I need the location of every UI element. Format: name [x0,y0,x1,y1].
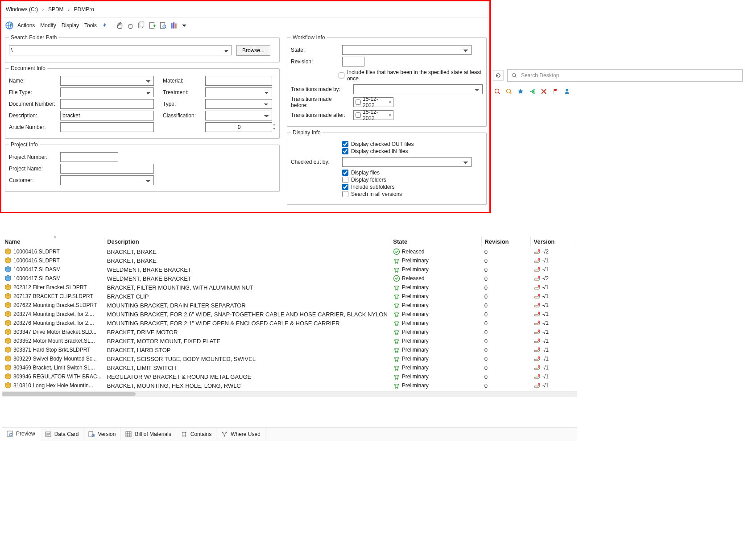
export-icon[interactable] [528,87,537,96]
tab-bom[interactable]: Bill of Materials [120,427,176,441]
table-row[interactable]: 10000416.SLDPRTBRACKET, BRAKEReleased0-/… [2,247,577,257]
col-desc[interactable]: Description [104,236,390,247]
file-ver: -/1 [542,257,549,264]
projnum-input[interactable] [60,152,118,162]
menu-actions[interactable]: Actions [16,21,37,29]
name-combo[interactable] [60,76,154,86]
tab-whereused[interactable]: Where Used [216,427,265,441]
breadcrumb-part[interactable]: PDMPro [74,6,94,12]
spinner-up-icon[interactable]: ▲ [273,123,276,127]
file-ver: -/1 [542,365,549,371]
table-row[interactable]: 309229 Swivel Body-Mounted Sc...BRACKET,… [2,354,577,363]
preliminary-icon [393,364,400,371]
horizontal-scrollbar[interactable] [2,391,577,397]
version-icon [534,355,541,362]
qty-spinner[interactable]: ▲▼ [205,122,272,132]
customer-combo[interactable] [60,175,154,185]
classification-combo[interactable] [205,111,272,120]
table-row[interactable]: 208274 Mounting Bracket, for 2....MOUNTI… [2,310,577,319]
browse-button[interactable]: Browse... [236,45,270,56]
books-icon[interactable] [169,21,178,30]
table-row[interactable]: 303371 Hard Stop Brkt.SLDPRTBRACKET, HAR… [2,345,577,354]
tab-preview[interactable]: Preview [2,427,40,441]
desc-input[interactable] [60,111,154,120]
released-icon [393,248,400,255]
dropdown-icon[interactable] [180,21,189,30]
state-combo[interactable] [342,45,472,55]
tab-datacard[interactable]: Data Card [40,427,84,441]
table-row[interactable]: 10000417.SLDASMWELDMENT, BRAKE BRACKETPr… [2,265,577,274]
table-row[interactable]: 207137 BRACKET CLIP.SLDPRTBRACKET CLIPPr… [2,292,577,301]
display-in-checkbox[interactable]: Display checked IN files [342,148,414,154]
table-row[interactable]: 202312 Filter Bracket.SLDPRTBRACKET, FIL… [2,283,577,292]
table-row[interactable]: 309469 Bracket, Limit Switch.SL...BRACKE… [2,363,577,372]
tab-version[interactable]: Version [83,427,120,441]
display-folders-checkbox[interactable]: Display folders [342,177,402,183]
menu-modify[interactable]: Modify [38,21,58,29]
search-path-input[interactable] [9,46,232,55]
col-name[interactable]: Name [2,236,104,247]
refresh-globe-icon[interactable] [5,21,14,30]
file-rev: 0 [482,310,531,319]
table-row[interactable]: 208276 Mounting Bracket, for 2....MOUNTI… [2,319,577,328]
col-ver[interactable]: Version [531,236,577,247]
pin-icon[interactable] [100,21,109,30]
search-desktop-input[interactable]: Search Desktop [507,69,743,82]
file-ver: -/2 [542,249,549,255]
preliminary-icon [393,311,400,318]
col-rev[interactable]: Revision [482,236,531,247]
menu-tools[interactable]: Tools [83,21,99,29]
projname-input[interactable] [60,164,154,174]
trans-after-date[interactable]: 15-12-2022▾ [353,110,393,120]
display-files-checkbox[interactable]: Display files [342,170,402,176]
breadcrumb-part[interactable]: SPDM [48,6,64,12]
find-orange-icon[interactable] [505,87,513,96]
favorite-icon[interactable] [516,87,525,96]
col-state[interactable]: State [390,236,482,247]
open-hand-icon[interactable] [116,21,124,30]
menu-display[interactable]: Display [60,21,81,29]
search-all-versions-checkbox[interactable]: Search in all versions [342,191,402,197]
version-icon [534,364,541,371]
artnum-input[interactable] [60,122,154,132]
tab-contains[interactable]: Contains [176,427,216,441]
version-icon [534,284,541,291]
table-row[interactable]: 303347 Drive Motor Bracket.SLD...BRACKET… [2,328,577,336]
filetype-combo[interactable] [60,87,154,97]
user-icon[interactable] [563,87,571,96]
spinner-down-icon[interactable]: ▼ [273,127,276,132]
docnum-input[interactable] [60,99,154,109]
breadcrumb-part[interactable]: Windows (C:) [6,6,38,12]
material-input[interactable] [205,76,272,86]
version-icon [534,266,541,273]
revision-input[interactable] [342,57,364,66]
find-red-icon[interactable] [493,87,502,96]
delete-icon[interactable] [539,87,548,96]
version-icon [534,346,541,353]
table-row[interactable]: 303352 Motor Mount Bracket.SL...BRACKET,… [2,336,577,345]
breadcrumb[interactable]: Windows (C:) › SPDM › PDMPro [4,3,487,15]
doc-add-icon[interactable] [148,21,157,30]
table-row[interactable]: 10000416.SLDPRTBRACKET, BRAKEPreliminary… [2,256,577,265]
trans-by-combo[interactable] [353,84,483,94]
copy-docs-icon[interactable] [137,21,146,30]
table-row[interactable]: 10000417.SLDASMWELDMENT, BRAKE BRACKETRe… [2,274,577,283]
include-state-once-checkbox[interactable]: Include files that have been in the spec… [339,69,483,82]
table-row[interactable]: 207622 Mounting Bracket.SLDPRTMOUNTING B… [2,301,577,310]
refresh-icon[interactable] [493,70,504,81]
trans-before-date[interactable]: 15-12-2022▾ [353,97,393,107]
doc-search-icon[interactable] [158,21,167,30]
treatment-combo[interactable] [205,87,272,97]
flag-icon[interactable] [551,87,560,96]
checked-by-combo[interactable] [342,157,472,167]
grab-hand-icon[interactable] [126,21,135,30]
table-row[interactable]: 310310 Long Hex Hole Mountin...BRACKET, … [2,381,577,390]
type-combo[interactable] [205,99,272,109]
file-rev: 0 [482,283,531,292]
qty-spinner-value[interactable] [206,124,273,130]
customer-label: Customer: [9,177,56,183]
include-subfolders-checkbox[interactable]: Include subfolders [342,184,402,190]
part-icon [4,248,12,255]
display-out-checkbox[interactable]: Display checked OUT files [342,141,414,147]
table-row[interactable]: 309946 REGULATOR WITH BRAC...REGULATOR W… [2,372,577,381]
